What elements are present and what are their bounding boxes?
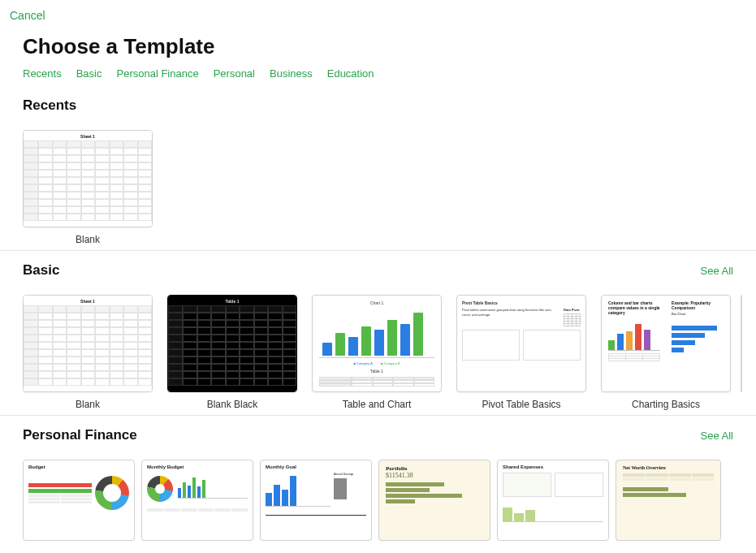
horizontal-bar-chart-icon	[672, 318, 724, 352]
portfolio-amount: $11541.38	[379, 472, 490, 479]
chart-title: Chart 1	[319, 300, 434, 305]
template-charting-basics[interactable]: Column and bar charts compare values in …	[601, 295, 731, 410]
donut-chart-icon	[147, 476, 173, 502]
monthly-goal-title: Monthly Goal	[266, 464, 366, 469]
category-tabs: Recents Basic Personal Finance Personal …	[0, 67, 756, 86]
legend-a: Category A	[354, 361, 373, 365]
template-label: Pivot Table Basics	[482, 399, 560, 410]
section-title-basic: Basic	[23, 262, 59, 279]
sheet-title-label: Sheet 1	[24, 131, 152, 140]
budget-title: Budget	[28, 464, 129, 469]
section-personal-finance: Personal Finance See All Budget	[0, 415, 756, 541]
pivot-title: Pivot Table Basics	[462, 300, 581, 305]
template-label: Blank	[76, 399, 100, 410]
bar-chart-icon	[503, 501, 603, 522]
template-blank-black[interactable]: Table 1 Blank Black	[167, 295, 297, 410]
horizontal-bar-chart-icon	[616, 484, 720, 500]
template-budget[interactable]: Budget	[23, 460, 135, 541]
donut-chart-icon	[95, 476, 129, 510]
template-label: Table and Chart	[343, 399, 412, 410]
page-title: Choose a Template	[0, 23, 756, 67]
bar-chart-icon	[178, 473, 248, 499]
section-title-personal-finance: Personal Finance	[23, 427, 137, 443]
section-basic: Basic See All Sheet 1 Blank Table 1 Blan…	[0, 250, 756, 410]
charting-right-title: Example: Popularity Comparison	[672, 300, 724, 310]
table-title: Table 1	[319, 369, 434, 374]
template-shared-expenses[interactable]: Shared Expenses	[497, 460, 609, 541]
see-all-personal-finance[interactable]: See All	[701, 430, 733, 442]
shared-title: Shared Expenses	[503, 464, 603, 469]
cancel-button[interactable]: Cancel	[10, 9, 45, 22]
column-chart-icon	[608, 317, 660, 351]
template-blank[interactable]: Sheet 1 Blank	[23, 295, 153, 410]
networth-title: Net Worth Overview	[616, 460, 720, 470]
template-thumb: Sheet 1	[23, 130, 153, 227]
section-title-recents: Recents	[23, 97, 76, 114]
legend-b: Category B	[381, 361, 400, 365]
template-label: Blank	[76, 234, 100, 245]
template-portfolio[interactable]: Portfolio $11541.38	[378, 460, 490, 541]
charting-left-title: Column and bar charts compare values in …	[608, 300, 660, 315]
template-pivot-table-basics[interactable]: Pivot Table Basics Pivot tables summariz…	[456, 295, 586, 410]
tab-recents[interactable]: Recents	[23, 67, 62, 80]
tab-business[interactable]: Business	[270, 67, 313, 80]
sheet-title-label: Sheet 1	[24, 296, 152, 305]
horizontal-bar-chart-icon	[379, 479, 490, 507]
sheet-title-label: Table 1	[168, 296, 296, 305]
bar-chart-label: Bar Chart	[672, 312, 724, 316]
template-monthly-goal[interactable]: Monthly Goal Annual Savings	[260, 460, 372, 541]
tab-personal[interactable]: Personal	[214, 67, 255, 80]
template-blank[interactable]: Sheet 1 Blank	[23, 130, 153, 245]
template-monthly-budget[interactable]: Monthly Budget	[141, 460, 253, 541]
template-label: Blank Black	[207, 399, 258, 410]
portfolio-title: Portfolio	[379, 460, 490, 472]
monthly-budget-title: Monthly Budget	[147, 464, 248, 469]
template-label: Charting Basics	[632, 399, 700, 410]
pivot-subtitle: Data Pivot	[564, 308, 581, 312]
tab-education[interactable]: Education	[327, 67, 374, 80]
section-recents: Recents Sheet 1 Blank	[0, 86, 756, 245]
template-peek-next[interactable]	[741, 295, 742, 392]
template-table-and-chart[interactable]: Chart 1 Category ACategory B Table 1	[312, 295, 442, 410]
tab-basic[interactable]: Basic	[76, 67, 102, 80]
tab-personal-finance[interactable]: Personal Finance	[117, 67, 199, 80]
pivot-desc: Pivot tables summarize grouped data usin…	[462, 308, 559, 326]
bar-chart-icon	[319, 309, 434, 358]
goal-sub: Annual Savings	[334, 473, 366, 476]
bar-chart-icon	[266, 473, 330, 507]
see-all-basic[interactable]: See All	[701, 265, 733, 277]
template-net-worth[interactable]: Net Worth Overview	[616, 460, 721, 541]
